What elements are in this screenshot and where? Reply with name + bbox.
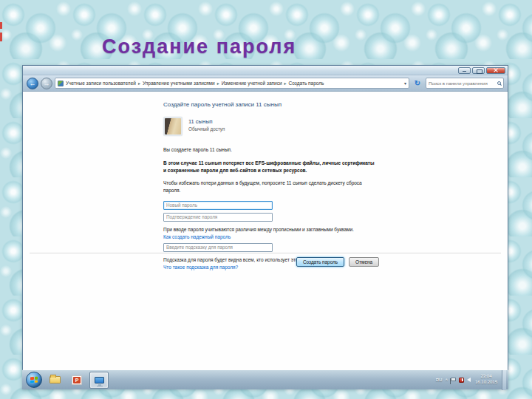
monitor-icon <box>95 377 104 383</box>
address-bar: ← → Учетные записи пользователей ▸ Управ… <box>23 75 508 92</box>
what-is-hint-link[interactable]: Что такое подсказка для пароля? <box>163 265 238 270</box>
breadcrumb-item-create-password[interactable]: Создать пароль <box>289 81 324 86</box>
account-tile: 11 сынып Обычный доступ <box>163 117 375 136</box>
password-hint-field[interactable] <box>163 243 273 252</box>
system-tray: RU ˄ 23:04 16.10.2015 <box>436 374 497 386</box>
footer-divider <box>30 253 501 253</box>
page-title: Создайте пароль учетной записи 11 сынып <box>163 101 375 108</box>
breadcrumb-item-user-accounts[interactable]: Учетные записи пользователей <box>66 81 136 86</box>
chevron-right-icon[interactable]: ▸ <box>284 81 287 86</box>
search-input[interactable] <box>429 81 495 86</box>
minimize-button[interactable] <box>458 67 471 74</box>
breadcrumb-item-change-account[interactable]: Изменение учетной записи <box>222 81 282 86</box>
windows-logo-icon <box>30 377 38 383</box>
close-button[interactable] <box>486 67 505 74</box>
refresh-button[interactable]: ↻ <box>412 78 423 89</box>
paragraph-warning: В этом случае 11 сынып потеряет все EFS-… <box>163 160 375 174</box>
breadcrumb[interactable]: Учетные записи пользователей ▸ Управлени… <box>55 78 409 89</box>
account-access-level: Обычный доступ <box>188 126 225 132</box>
forward-button[interactable]: → <box>41 78 52 89</box>
chevron-right-icon[interactable]: ▸ <box>217 81 219 86</box>
create-password-button[interactable]: Создать пароль <box>296 257 344 267</box>
chevron-down-icon[interactable]: ▾ <box>404 81 406 86</box>
search-icon[interactable] <box>497 81 501 85</box>
new-password-field[interactable] <box>163 201 273 210</box>
paragraph-reset-disk: Чтобы избежать потери данных в будущем, … <box>163 180 375 194</box>
forward-icon: → <box>44 80 50 87</box>
paragraph-creating: Вы создаете пароль 11 сынып. <box>163 146 375 154</box>
clock-time: 23:04 <box>475 374 497 380</box>
action-center-flag-icon[interactable] <box>451 378 456 381</box>
cancel-button[interactable]: Отмена <box>349 257 379 267</box>
start-button[interactable] <box>26 372 42 388</box>
slide-edge-accent <box>0 33 2 41</box>
account-name: 11 сынып <box>188 118 225 125</box>
user-accounts-icon <box>58 81 64 86</box>
refresh-icon: ↻ <box>415 79 420 87</box>
taskbar-item-powerpoint[interactable]: P <box>67 372 86 389</box>
back-button[interactable]: ← <box>27 78 38 89</box>
slide-title: Создание пароля <box>102 35 296 58</box>
strong-password-link[interactable]: Как создать надежный пароль <box>163 234 231 239</box>
folder-icon <box>50 376 61 383</box>
clock-date: 16.10.2015 <box>475 380 497 386</box>
window-titlebar[interactable] <box>23 66 508 75</box>
taskbar-item-control-panel-active[interactable] <box>89 372 109 389</box>
confirm-password-field[interactable] <box>163 213 273 222</box>
taskbar-clock[interactable]: 23:04 16.10.2015 <box>475 374 497 386</box>
search-box[interactable] <box>426 78 504 89</box>
control-panel-window: ← → Учетные записи пользователей ▸ Управ… <box>22 65 508 369</box>
back-icon: ← <box>30 80 36 87</box>
desktop-screenshot: ← → Учетные записи пользователей ▸ Управ… <box>22 65 508 389</box>
slide-edge-accent <box>0 22 2 29</box>
powerpoint-icon: P <box>72 375 82 385</box>
account-avatar <box>163 117 183 136</box>
language-indicator[interactable]: RU <box>436 378 443 382</box>
case-sensitivity-note: При вводе пароля учитываются различия ме… <box>163 226 375 233</box>
page-content: Создайте пароль учетной записи 11 сынып … <box>23 92 508 370</box>
taskbar-item-explorer[interactable] <box>45 372 64 389</box>
action-buttons: Создать пароль Отмена <box>296 257 379 267</box>
chevron-right-icon[interactable]: ▸ <box>138 81 140 86</box>
show-hidden-icons-icon[interactable]: ˄ <box>445 378 448 382</box>
volume-icon[interactable] <box>467 378 471 382</box>
show-desktop-button[interactable] <box>502 370 506 390</box>
taskbar: P RU ˄ 23:04 16.10.2015 <box>22 369 508 389</box>
breadcrumb-item-manage-accounts[interactable]: Управление учетными записями <box>143 81 215 86</box>
maximize-button[interactable] <box>472 67 485 74</box>
